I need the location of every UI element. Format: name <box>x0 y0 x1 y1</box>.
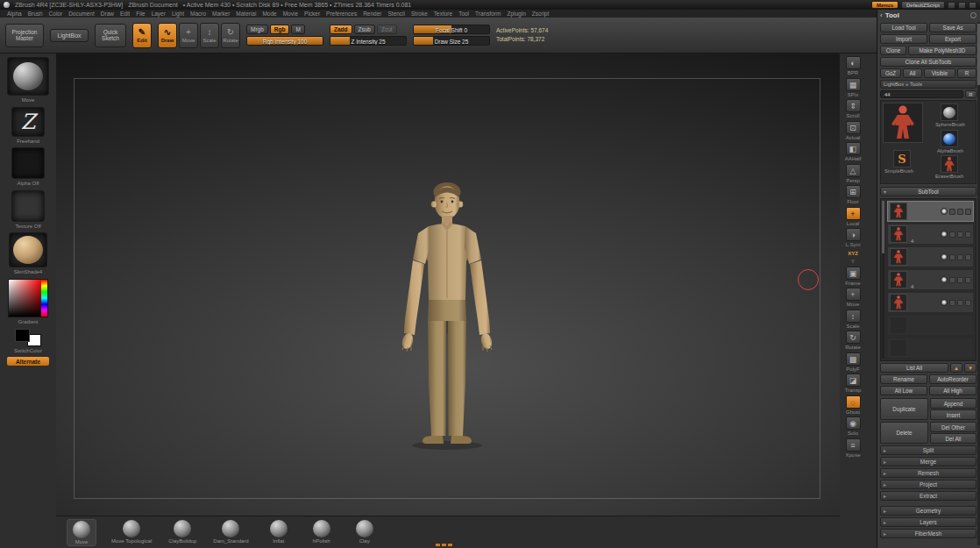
tray-brush-move[interactable]: Move <box>67 519 96 546</box>
menu-item[interactable]: Draw <box>101 11 114 17</box>
spix-button[interactable]: ▦SPix <box>842 78 863 97</box>
render-flag-icon[interactable] <box>965 300 971 306</box>
scale-mode-button[interactable]: ↕ Scale <box>200 23 219 48</box>
menu-item[interactable]: Preferences <box>326 11 357 17</box>
lightbox-tools-bar[interactable]: LightBox » Tools <box>880 80 976 89</box>
document-canvas[interactable] <box>56 53 840 516</box>
all-button[interactable]: All <box>903 68 922 78</box>
subtool-thumbnail[interactable] <box>890 248 907 266</box>
zsub-button[interactable]: Zsub <box>354 25 375 34</box>
menu-item[interactable]: Texture <box>434 11 452 17</box>
projection-master-button[interactable]: Projection Master <box>5 24 44 47</box>
zcut-button[interactable]: Zcut <box>377 25 397 34</box>
menu-item[interactable]: Mode <box>262 11 276 17</box>
texture-thumbnail[interactable] <box>11 190 45 222</box>
menu-item[interactable]: Material <box>236 11 256 17</box>
clone-button[interactable]: Clone <box>880 46 906 55</box>
tool-item-eraserbrush[interactable] <box>941 155 958 173</box>
menu-item[interactable]: Alpha <box>7 11 22 17</box>
actual-size-button[interactable]: ⊡Actual <box>842 121 863 140</box>
menu-item[interactable]: Picker <box>304 11 320 17</box>
tool-item-alphabrush[interactable] <box>941 130 958 147</box>
menu-item[interactable]: Movie <box>283 11 298 17</box>
menu-item[interactable]: Macro <box>190 11 206 17</box>
layers-section-header[interactable]: ▸Layers <box>880 517 976 527</box>
color-picker[interactable] <box>8 279 48 317</box>
transparency-button[interactable]: ◪Transp <box>842 374 863 393</box>
subtool-row[interactable]: 4 <box>887 224 974 245</box>
menu-item[interactable]: Tool <box>458 11 469 17</box>
tray-brush-dam-standard[interactable]: Dam_Standard <box>211 519 250 544</box>
clone-all-subtools-button[interactable]: Clone All SubTools <box>880 57 976 67</box>
xyz-mode-button[interactable]: XYZ <box>842 250 863 256</box>
tool-item-spherebrush[interactable] <box>941 103 958 121</box>
draw-size-slider[interactable]: Draw Size 25 <box>413 36 490 46</box>
rgb-intensity-slider[interactable]: Rgb Intensity 100 <box>246 36 323 46</box>
geometry-section-header[interactable]: ▸Geometry <box>880 506 976 516</box>
material-thumbnail[interactable] <box>9 232 47 267</box>
canvas-rotate-button[interactable]: ↻Rotate <box>842 331 863 350</box>
delete-button[interactable]: Delete <box>880 422 928 444</box>
move-mode-button[interactable]: + Move <box>179 23 198 48</box>
append-button[interactable]: Append <box>930 398 976 409</box>
polypaint-icon[interactable] <box>949 209 955 215</box>
menu-item[interactable]: Zplugin <box>507 11 525 17</box>
save-as-button[interactable]: Save As <box>929 23 976 32</box>
menu-item[interactable]: Stroke <box>411 11 428 17</box>
current-brush-thumbnail[interactable] <box>7 57 49 96</box>
aahalf-button[interactable]: ◧AAHalf <box>842 142 863 161</box>
perspective-button[interactable]: △Persp <box>842 164 863 183</box>
subtool-row[interactable] <box>887 246 974 267</box>
m-button[interactable]: M <box>291 25 304 34</box>
tray-brush-claybuildup[interactable]: ClayBuildup <box>167 519 198 544</box>
saturation-value-square[interactable] <box>9 280 41 317</box>
lsym-button[interactable]: ◑L.Sym <box>842 228 863 247</box>
tray-resize-handle[interactable] <box>436 544 452 546</box>
visibility-eye-icon[interactable] <box>941 276 948 283</box>
subtool-section-header[interactable]: ▾ SubTool <box>880 187 976 196</box>
subtool-row[interactable] <box>887 201 974 222</box>
stroke-type-thumbnail[interactable]: Z <box>11 107 45 137</box>
character-model[interactable] <box>368 179 526 468</box>
bpr-render-button[interactable]: ◐BPR <box>842 56 863 75</box>
subtool-row[interactable]: 4 <box>887 269 974 290</box>
zadd-button[interactable]: Zadd <box>330 25 352 34</box>
menus-button[interactable]: Menus <box>871 1 898 9</box>
make-polymesh3d-button[interactable]: Make PolyMesh3D <box>908 46 976 55</box>
menu-item[interactable]: Stencil <box>387 11 405 17</box>
rename-button[interactable]: Rename <box>880 374 927 384</box>
canvas-scale-button[interactable]: ↕Scale <box>842 310 863 329</box>
menu-item[interactable]: Layer <box>152 11 166 17</box>
subtool-row[interactable] <box>887 292 974 313</box>
menu-item[interactable]: Document <box>68 11 95 17</box>
uv-icon[interactable] <box>957 254 963 260</box>
subtool-thumbnail[interactable] <box>890 294 907 311</box>
autoreorder-button[interactable]: AutoReorder <box>929 374 976 384</box>
rotate-mode-button[interactable]: ↻ Rotate <box>221 23 240 48</box>
z-intensity-slider[interactable]: Z Intensity 25 <box>330 36 407 46</box>
del-all-button[interactable]: Del All <box>930 433 976 444</box>
panel-menu-icon[interactable] <box>970 12 976 18</box>
edit-mode-button[interactable]: ✎ Edit <box>132 23 152 48</box>
render-flag-icon[interactable] <box>965 231 971 238</box>
split-section-header[interactable]: ▸Split <box>880 445 976 455</box>
menu-item[interactable]: Marker <box>212 11 230 17</box>
polypaint-icon[interactable] <box>949 231 955 238</box>
polypaint-icon[interactable] <box>949 277 955 283</box>
quick-sketch-button[interactable]: Quick Sketch <box>95 24 126 47</box>
visibility-eye-icon[interactable] <box>941 253 948 260</box>
tool-item-simplebrush[interactable]: S <box>893 150 911 167</box>
ghost-button[interactable]: ◌Ghost <box>842 395 863 415</box>
project-section-header[interactable]: ▸Project <box>880 480 976 489</box>
all-low-button[interactable]: All Low <box>880 386 927 395</box>
alternate-button[interactable]: Alternate <box>7 357 49 366</box>
visibility-eye-icon[interactable] <box>941 231 948 238</box>
menu-item[interactable]: Edit <box>120 11 130 17</box>
lightbox-button[interactable]: LightBox <box>50 29 89 42</box>
xpose-button[interactable]: ≡Xpose <box>842 438 863 458</box>
all-high-button[interactable]: All High <box>929 386 976 395</box>
subtool-thumbnail[interactable] <box>890 203 907 220</box>
menu-item[interactable]: Color <box>49 11 63 17</box>
visibility-eye-icon[interactable] <box>941 208 948 215</box>
inventory-scroll-slider[interactable]: 44 <box>880 90 963 98</box>
